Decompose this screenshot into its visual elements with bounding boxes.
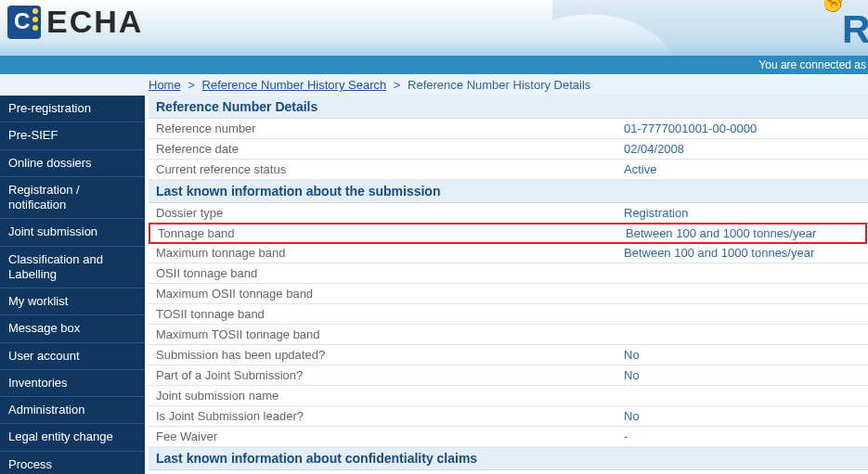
row-label: Submission has been updated? [149, 345, 616, 365]
row-value [616, 325, 868, 344]
data-row: Reference date02/04/2008 [149, 139, 868, 160]
section-submission-title: Last known information about the submiss… [149, 180, 868, 203]
row-value [616, 263, 868, 283]
sidebar-item[interactable]: Classification and Labelling [0, 247, 145, 289]
row-label: OSII tonnage band [149, 263, 616, 283]
main-content: Reference Number Details Reference numbe… [145, 96, 868, 474]
row-label: Degree of purity [149, 470, 616, 474]
confidentiality-table: Degree of purity- [149, 470, 868, 474]
row-value [616, 284, 868, 303]
data-row: OSII tonnage band [149, 263, 868, 284]
breadcrumb: Home > Reference Number History Search >… [0, 74, 868, 96]
data-row: Maximum TOSII tonnage band [149, 325, 868, 345]
row-label: Is Joint Submission leader? [149, 406, 616, 426]
sidebar-item[interactable]: Inventories [0, 370, 145, 397]
data-row: Tonnage bandBetween 100 and 1000 tonnes/… [149, 223, 867, 244]
row-value: No [616, 406, 868, 426]
breadcrumb-sep: > [394, 78, 401, 92]
sidebar-item[interactable]: Pre-SIEF [0, 122, 145, 149]
row-label: Current reference status [149, 160, 616, 179]
row-label: Part of a Joint Submission? [149, 365, 616, 385]
data-row: Maximum tonnage bandBetween 100 and 1000… [149, 243, 868, 263]
data-row: TOSII tonnage band [149, 304, 868, 325]
data-row: Reference number01-7777001001-00-0000 [149, 119, 868, 139]
row-label: Reference date [149, 139, 616, 159]
sidebar-item[interactable]: Pre-registration [0, 96, 145, 122]
sidebar-item[interactable]: User account [0, 343, 145, 370]
sidebar-item[interactable]: My worklist [0, 288, 145, 315]
reference-details-table: Reference number01-7777001001-00-0000Ref… [149, 119, 868, 180]
connection-status-bar: You are connected as [0, 56, 868, 74]
data-row: Dossier typeRegistration [149, 203, 868, 224]
row-value: No [616, 345, 868, 365]
row-value: Active [616, 160, 868, 179]
header-letter: R [842, 7, 868, 52]
section-confidentiality-title: Last known information about confidentia… [149, 447, 868, 470]
row-label: Joint submission name [149, 386, 616, 405]
row-label: Reference number [149, 119, 616, 138]
row-value: - [616, 427, 868, 446]
row-value: No [616, 365, 868, 385]
row-label: Maximum tonnage band [149, 243, 616, 263]
breadcrumb-search-link[interactable]: Reference Number History Search [202, 78, 387, 92]
sidebar-item[interactable]: Process [0, 452, 145, 475]
row-value: Between 100 and 1000 tonnes/year [616, 243, 868, 263]
sidebar-item[interactable]: Administration [0, 397, 145, 424]
row-value: 01-7777001001-00-0000 [616, 119, 868, 138]
submission-table: Dossier typeRegistrationTonnage bandBetw… [149, 203, 868, 447]
breadcrumb-current: Reference Number History Details [408, 78, 590, 92]
data-row: Submission has been updated?No [149, 345, 868, 365]
app-header: ECHA ☝ R [0, 0, 868, 56]
logo-text: ECHA [46, 4, 143, 40]
row-label: Maximum TOSII tonnage band [149, 325, 616, 344]
row-label: Fee Waiver [149, 427, 616, 446]
row-value [616, 386, 868, 405]
connection-status-text: You are connected as [758, 58, 866, 71]
row-label: Maximum OSII tonnage band [149, 284, 616, 303]
logo-mark-icon [7, 6, 41, 39]
data-row: Part of a Joint Submission?No [149, 365, 868, 386]
row-value: Registration [616, 203, 868, 223]
sidebar-item[interactable]: Joint submission [0, 219, 145, 246]
sidebar-item[interactable]: Online dossiers [0, 150, 145, 177]
sidebar-item[interactable]: Legal entity change [0, 424, 145, 451]
sidebar-item[interactable]: Message box [0, 315, 145, 342]
data-row: Maximum OSII tonnage band [149, 284, 868, 304]
data-row: Degree of purity- [149, 470, 868, 474]
row-value: - [616, 470, 868, 474]
breadcrumb-sep: > [188, 78, 195, 92]
row-label: Dossier type [149, 203, 616, 223]
data-row: Fee Waiver- [149, 427, 868, 447]
row-value [616, 304, 868, 324]
data-row: Is Joint Submission leader?No [149, 406, 868, 427]
row-label: Tonnage band [150, 224, 618, 242]
sidebar-item[interactable]: Registration / notification [0, 177, 145, 220]
breadcrumb-home-link[interactable]: Home [149, 78, 181, 92]
logo: ECHA [7, 4, 143, 40]
row-value: Between 100 and 1000 tonnes/year [618, 224, 865, 242]
data-row: Joint submission name [149, 386, 868, 406]
row-value: 02/04/2008 [616, 139, 868, 159]
section-reference-details-title: Reference Number Details [149, 96, 868, 119]
row-label: TOSII tonnage band [149, 304, 616, 324]
data-row: Current reference statusActive [149, 160, 868, 180]
sidebar-nav: Pre-registrationPre-SIEFOnline dossiersR… [0, 96, 145, 474]
